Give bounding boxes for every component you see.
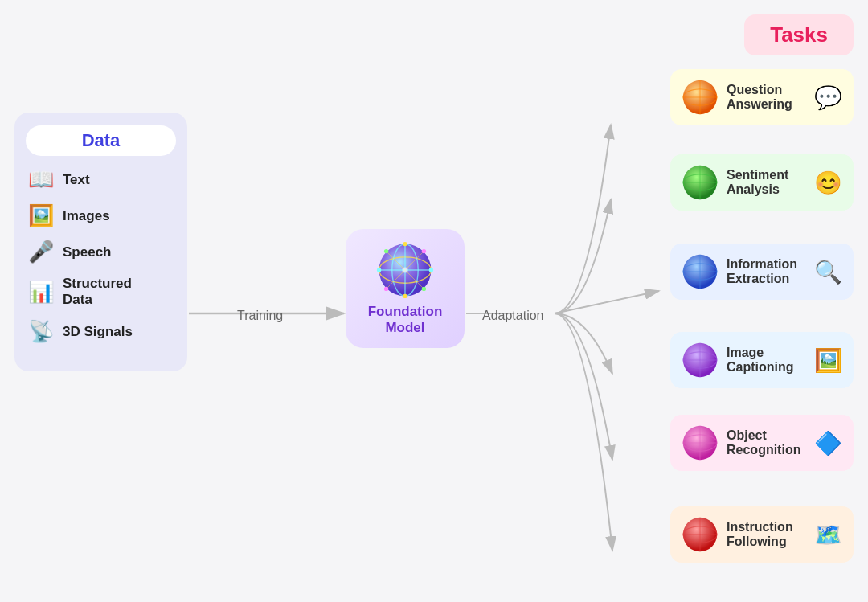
data-item-3dsignals-label: 3D Signals: [63, 324, 133, 340]
svg-point-15: [422, 249, 426, 253]
foundation-label: Foundation Model: [368, 304, 443, 337]
qa-emoji: 💬: [814, 84, 842, 111]
ic-globe-icon: [682, 342, 719, 379]
svg-point-13: [403, 293, 407, 297]
data-item-speech-label: Speech: [63, 244, 111, 260]
data-item-text-label: Text: [63, 172, 90, 188]
images-icon: 🖼️: [26, 203, 56, 228]
signals-icon: 📡: [26, 319, 56, 344]
sa-task-label: SentimentAnalysis: [727, 168, 806, 197]
data-item-structured: 📊 StructuredData: [26, 276, 176, 308]
data-item-text: 📖 Text: [26, 167, 176, 192]
svg-point-11: [403, 242, 407, 246]
ic-task-label: ImageCaptioning: [727, 346, 806, 375]
ic-emoji: 🖼️: [814, 347, 842, 374]
foundation-globe-icon: [376, 241, 434, 299]
adaptation-label: Adaptation: [482, 309, 544, 323]
task-card-information-extraction: InformationExtraction 🔍: [670, 244, 854, 300]
data-item-images: 🖼️ Images: [26, 203, 176, 228]
data-item-images-label: Images: [63, 208, 110, 224]
svg-point-14: [377, 268, 381, 272]
text-icon: 📖: [26, 167, 56, 192]
structured-icon: 📊: [26, 280, 56, 305]
qa-globe-icon: [682, 79, 719, 116]
tasks-title: Tasks: [744, 14, 854, 55]
training-label: Training: [237, 309, 283, 323]
data-item-3dsignals: 📡 3D Signals: [26, 319, 176, 344]
svg-point-17: [384, 249, 388, 253]
if-emoji: 🗺️: [814, 522, 842, 548]
foundation-model-box: Foundation Model: [346, 229, 465, 348]
svg-point-12: [429, 268, 433, 272]
task-card-object-recognition: ObjectRecognition 🔷: [670, 415, 854, 471]
svg-point-18: [422, 286, 426, 290]
task-card-image-captioning: ImageCaptioning 🖼️: [670, 332, 854, 388]
speech-icon: 🎤: [26, 240, 56, 264]
sa-globe-icon: [682, 164, 719, 201]
if-task-label: InstructionFollowing: [727, 520, 806, 549]
svg-point-19: [402, 267, 407, 272]
ie-emoji: 🔍: [814, 259, 842, 285]
ie-globe-icon: [682, 253, 719, 290]
task-card-sentiment-analysis: SentimentAnalysis 😊: [670, 154, 854, 211]
or-globe-icon: [682, 424, 719, 461]
or-task-label: ObjectRecognition: [727, 428, 806, 457]
data-item-speech: 🎤 Speech: [26, 240, 176, 264]
task-card-instruction-following: InstructionFollowing 🗺️: [670, 506, 854, 563]
if-globe-icon: [682, 516, 719, 553]
svg-point-16: [384, 286, 388, 290]
task-card-question-answering: QuestionAnswering 💬: [670, 69, 854, 125]
data-panel: Data 📖 Text 🖼️ Images 🎤 Speech 📊 Structu…: [14, 113, 187, 371]
data-title: Data: [26, 125, 176, 156]
ie-task-label: InformationExtraction: [727, 257, 806, 286]
svg-line-3: [555, 291, 659, 313]
data-item-structured-label: StructuredData: [63, 276, 132, 308]
qa-task-label: QuestionAnswering: [727, 83, 806, 112]
or-emoji: 🔷: [814, 430, 842, 457]
sa-emoji: 😊: [814, 170, 842, 196]
